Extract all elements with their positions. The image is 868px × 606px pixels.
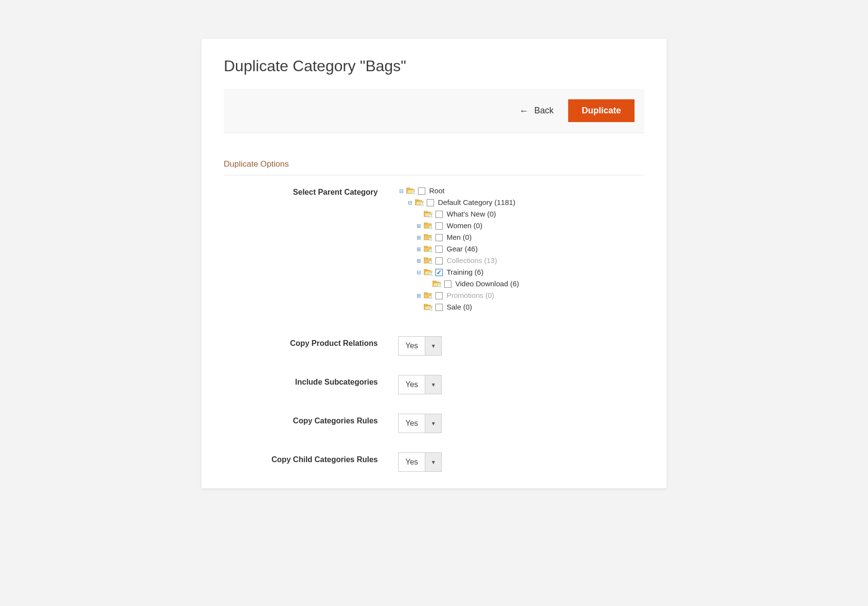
checkbox[interactable] [435, 257, 443, 264]
tree-node-men[interactable]: ⊞ Men (0) [416, 232, 644, 243]
tree-node-label: Video Download (6) [455, 279, 519, 289]
select-value: Yes [399, 414, 425, 433]
arrow-left-icon: ← [519, 106, 528, 115]
select-parent-category-label: Select Parent Category [224, 185, 398, 197]
tree-node-training[interactable]: ⊟ Training (6) [416, 266, 644, 278]
copy-child-categories-rules-label: Copy Child Categories Rules [224, 452, 398, 464]
copy-child-categories-rules-select[interactable]: Yes ▼ [398, 452, 442, 472]
tree-node-label: Root [429, 186, 445, 196]
plus-icon[interactable]: ⊞ [416, 223, 422, 229]
tree-node-label: Men (0) [447, 233, 472, 242]
chevron-down-icon: ▼ [425, 375, 441, 394]
tree-node-label: Women (0) [447, 221, 482, 231]
tree-node-label: Gear (46) [447, 244, 478, 254]
section-title: Duplicate Options [224, 159, 644, 175]
tree-node-gear[interactable]: ⊞ Gear (46) [416, 243, 644, 255]
plus-icon[interactable]: ⊞ [416, 293, 422, 299]
page-title: Duplicate Category "Bags" [224, 57, 644, 75]
plus-icon[interactable]: ⊞ [416, 258, 422, 264]
chevron-down-icon: ▼ [425, 414, 441, 433]
back-button[interactable]: ← Back [517, 102, 556, 120]
tree-node-video-download[interactable]: ⊞ Video Download (6) [424, 278, 644, 290]
checkbox[interactable] [435, 246, 443, 253]
folder-closed-icon [424, 246, 433, 252]
folder-open-icon [433, 280, 441, 287]
copy-product-relations-select[interactable]: Yes ▼ [398, 336, 442, 356]
tree-node-collections[interactable]: ⊞ Collections (13) [416, 255, 644, 266]
select-value: Yes [399, 453, 425, 471]
tree-node-promotions[interactable]: ⊞ Promotions (0) [416, 290, 644, 301]
checkbox[interactable] [435, 211, 443, 218]
duplicate-button[interactable]: Duplicate [568, 99, 635, 122]
checkbox[interactable] [427, 199, 434, 206]
chevron-down-icon: ▼ [425, 337, 441, 355]
tree-node-root[interactable]: ⊟ Root [398, 185, 644, 197]
checkbox[interactable] [435, 292, 443, 299]
folder-closed-icon [424, 222, 433, 229]
back-button-label: Back [534, 106, 554, 116]
category-tree: ⊟ Root ⊟ Default Categor [398, 185, 644, 313]
checkbox[interactable] [444, 280, 451, 288]
tree-node-label: Default Category (1181) [438, 198, 515, 207]
checkbox[interactable] [435, 234, 443, 241]
include-subcategories-select[interactable]: Yes ▼ [398, 375, 442, 394]
folder-open-icon [406, 187, 415, 194]
folder-open-icon [415, 199, 424, 206]
folder-closed-icon [424, 234, 433, 241]
checkbox[interactable] [435, 222, 443, 230]
plus-icon[interactable]: ⊞ [416, 234, 422, 241]
include-subcategories-label: Include Subcategories [224, 375, 398, 387]
minus-icon[interactable]: ⊟ [407, 200, 413, 206]
select-value: Yes [399, 337, 425, 355]
tree-node-label: What's New (0) [447, 209, 496, 219]
tree-node-label: Promotions (0) [447, 291, 494, 300]
copy-categories-rules-select[interactable]: Yes ▼ [398, 414, 442, 433]
toggle-spacer: ⊞ [424, 281, 431, 287]
minus-icon[interactable]: ⊟ [416, 269, 422, 276]
folder-open-icon [424, 269, 433, 276]
tree-node-label: Collections (13) [447, 256, 497, 265]
checkbox[interactable] [435, 304, 443, 311]
folder-open-icon [424, 211, 433, 218]
chevron-down-icon: ▼ [425, 453, 441, 471]
toolbar: ← Back Duplicate [224, 89, 644, 133]
checkbox[interactable] [418, 187, 425, 195]
tree-node-default-category[interactable]: ⊟ Default Category (1181) [407, 197, 644, 208]
folder-closed-icon [424, 292, 433, 299]
dialog-card: Duplicate Category "Bags" ← Back Duplica… [202, 39, 666, 488]
select-value: Yes [399, 375, 425, 394]
plus-icon[interactable]: ⊞ [416, 246, 422, 252]
checkbox[interactable] [435, 269, 443, 276]
copy-categories-rules-label: Copy Categories Rules [224, 414, 398, 425]
minus-icon[interactable]: ⊟ [398, 188, 404, 194]
folder-closed-icon [424, 257, 433, 264]
tree-node-label: Training (6) [447, 267, 483, 277]
tree-node-label: Sale (0) [447, 302, 472, 312]
tree-node-sale[interactable]: ⊞ Sale (0) [416, 301, 644, 313]
tree-node-whats-new[interactable]: ⊞ What's New (0) [416, 208, 644, 220]
toggle-spacer: ⊞ [416, 211, 422, 218]
folder-open-icon [424, 304, 433, 311]
copy-product-relations-label: Copy Product Relations [224, 336, 398, 348]
toggle-spacer: ⊞ [416, 304, 422, 311]
tree-node-women[interactable]: ⊞ Women (0) [416, 220, 644, 232]
